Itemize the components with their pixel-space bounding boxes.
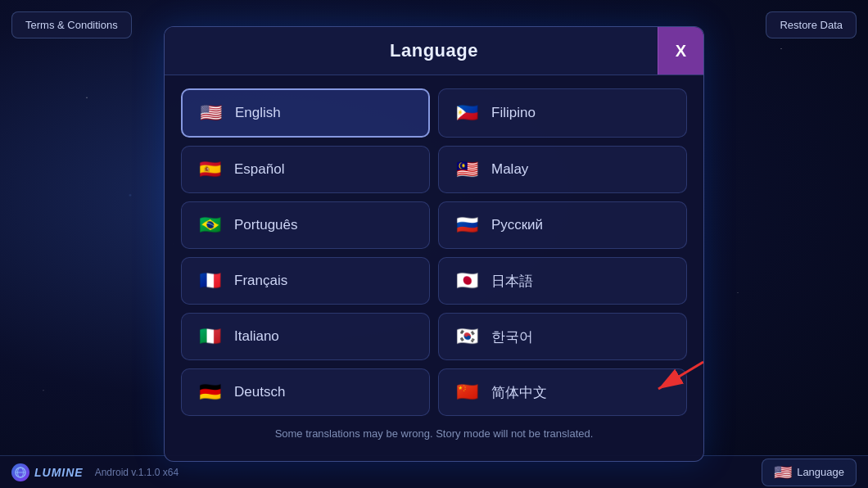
language-label-filipino: Filipino <box>491 105 536 121</box>
language-option-portugues[interactable]: 🇧🇷Português <box>181 201 430 249</box>
flag-espanol: 🇪🇸 <box>195 155 224 184</box>
close-label: X <box>676 42 686 61</box>
modal-header: Language X <box>165 27 703 75</box>
flag-chinese: 🇨🇳 <box>452 377 481 407</box>
language-modal: Language X 🇺🇸English🇵🇭Filipino🇪🇸Español🇲… <box>164 26 704 462</box>
language-option-filipino[interactable]: 🇵🇭Filipino <box>438 88 687 138</box>
flag-english: 🇺🇸 <box>196 98 225 128</box>
flag-portugues: 🇧🇷 <box>195 210 224 240</box>
language-option-italiano[interactable]: 🇮🇹Italiano <box>181 313 430 360</box>
language-option-deutsch[interactable]: 🇩🇪Deutsch <box>181 368 430 416</box>
language-option-russian[interactable]: 🇷🇺Русский <box>438 201 687 249</box>
flag-malay: 🇲🇾 <box>452 155 481 184</box>
language-label-deutsch: Deutsch <box>234 384 285 400</box>
language-label-italiano: Italiano <box>234 328 279 345</box>
language-label-portugues: Português <box>234 217 298 233</box>
language-label-russian: Русский <box>491 217 543 233</box>
language-label-japanese: 日本語 <box>491 272 533 291</box>
flag-russian: 🇷🇺 <box>452 210 481 240</box>
language-label-korean: 한국어 <box>491 328 533 346</box>
language-option-espanol[interactable]: 🇪🇸Español <box>181 146 430 193</box>
language-option-japanese[interactable]: 🇯🇵日本語 <box>438 257 687 305</box>
language-label-english: English <box>235 105 281 121</box>
modal-overlay: Language X 🇺🇸English🇵🇭Filipino🇪🇸Español🇲… <box>0 0 868 488</box>
language-grid: 🇺🇸English🇵🇭Filipino🇪🇸Español🇲🇾Malay🇧🇷Por… <box>181 88 687 416</box>
flag-japanese: 🇯🇵 <box>452 266 481 296</box>
language-label-malay: Malay <box>491 161 528 178</box>
language-option-chinese[interactable]: 🇨🇳简体中文 <box>438 368 687 416</box>
language-label-espanol: Español <box>234 161 284 178</box>
modal-footer: Some translations may be wrong. Story mo… <box>181 427 687 451</box>
language-option-francais[interactable]: 🇫🇷Français <box>181 257 430 305</box>
language-option-malay[interactable]: 🇲🇾Malay <box>438 146 687 193</box>
flag-korean: 🇰🇷 <box>452 322 481 351</box>
language-label-chinese: 简体中文 <box>491 383 547 402</box>
modal-close-button[interactable]: X <box>658 27 703 75</box>
language-option-korean[interactable]: 🇰🇷한국어 <box>438 313 687 360</box>
flag-filipino: 🇵🇭 <box>452 98 481 128</box>
language-label-francais: Français <box>234 273 287 289</box>
flag-deutsch: 🇩🇪 <box>195 377 224 407</box>
flag-italiano: 🇮🇹 <box>195 322 224 351</box>
modal-title: Language <box>390 40 478 61</box>
flag-francais: 🇫🇷 <box>195 266 224 296</box>
modal-body: 🇺🇸English🇵🇭Filipino🇪🇸Español🇲🇾Malay🇧🇷Por… <box>165 75 703 461</box>
language-option-english[interactable]: 🇺🇸English <box>181 88 430 138</box>
